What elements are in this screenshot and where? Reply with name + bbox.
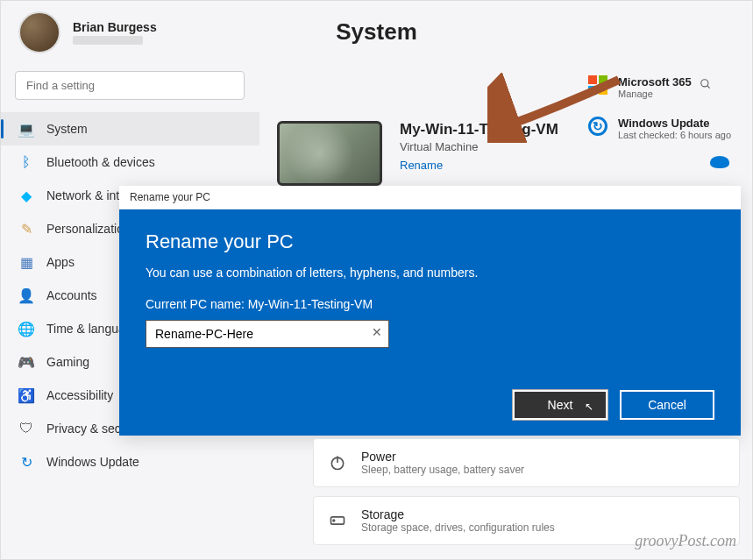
pc-name-input[interactable] [146, 320, 389, 348]
ms365-title: Microsoft 365 [618, 75, 692, 89]
nav-label: Accounts [46, 288, 97, 302]
ms365-sub: Manage [618, 89, 692, 99]
nav-label: System [46, 122, 88, 136]
wu-sub: Last checked: 6 hours ago [618, 130, 731, 140]
watermark: groovyPost.com [635, 532, 736, 550]
nav-label: Gaming [46, 355, 89, 369]
dialog-subtitle: You can use a combination of letters, hy… [146, 266, 714, 280]
dialog-titlebar: Rename your PC [119, 186, 741, 209]
nav-icon: ᛒ [18, 154, 34, 170]
nav-icon: ✎ [18, 221, 34, 237]
nav-icon: 👤 [18, 287, 34, 303]
nav-icon: ▦ [18, 254, 34, 270]
storage-icon [328, 511, 347, 530]
nav-icon: 🎮 [18, 354, 34, 370]
nav-icon: ◆ [18, 188, 34, 203]
storage-title: Storage [361, 507, 555, 521]
nav-icon: 💻 [18, 121, 34, 137]
device-thumbnail[interactable] [277, 121, 382, 186]
avatar[interactable] [18, 11, 60, 53]
user-email-placeholder [73, 36, 143, 45]
sidebar-item-windows-update[interactable]: ↻Windows Update [1, 445, 259, 478]
power-sub: Sleep, battery usage, battery saver [361, 464, 524, 476]
dialog-heading: Rename your PC [146, 230, 714, 253]
rename-link[interactable]: Rename [400, 159, 735, 172]
sidebar-item-bluetooth-devices[interactable]: ᛒBluetooth & devices [1, 145, 259, 179]
onedrive-icon[interactable] [710, 156, 729, 168]
storage-sub: Storage space, drives, configuration rul… [361, 521, 555, 534]
svg-point-6 [333, 520, 335, 521]
nav-label: Windows Update [46, 455, 139, 469]
nav-icon: 🌐 [18, 321, 34, 337]
nav-icon: ↻ [18, 454, 34, 470]
power-title: Power [361, 450, 524, 464]
next-button-label: Next [548, 398, 573, 412]
cursor-icon: ↖ [585, 401, 593, 413]
sidebar-item-system[interactable]: 💻System [1, 112, 259, 145]
next-button[interactable]: Next↖ [513, 390, 607, 420]
nav-icon: 🛡 [18, 421, 34, 436]
wu-title: Windows Update [618, 117, 731, 130]
nav-label: Apps [46, 255, 75, 269]
search-input[interactable] [15, 71, 245, 100]
user-name: Brian Burgess [73, 20, 157, 34]
nav-label: Accessibility [46, 388, 113, 402]
power-icon [328, 453, 347, 472]
nav-icon: ♿ [18, 387, 34, 403]
windows-update-card[interactable]: Windows Update Last checked: 6 hours ago [588, 117, 742, 140]
nav-label: Personalization [46, 222, 131, 236]
clear-input-icon[interactable]: ✕ [372, 325, 382, 339]
microsoft-logo-icon [588, 75, 609, 95]
nav-label: Bluetooth & devices [46, 155, 155, 169]
cancel-button[interactable]: Cancel [620, 390, 714, 420]
rename-dialog: Rename your PC Rename your PC You can us… [119, 186, 741, 436]
dialog-current-name: Current PC name: My-Win-11-Testing-VM [146, 297, 714, 311]
power-setting-row[interactable]: Power Sleep, battery usage, battery save… [313, 438, 740, 487]
sync-icon [588, 117, 607, 136]
page-title: System [336, 18, 417, 46]
microsoft-365-card[interactable]: Microsoft 365 Manage [588, 75, 742, 99]
